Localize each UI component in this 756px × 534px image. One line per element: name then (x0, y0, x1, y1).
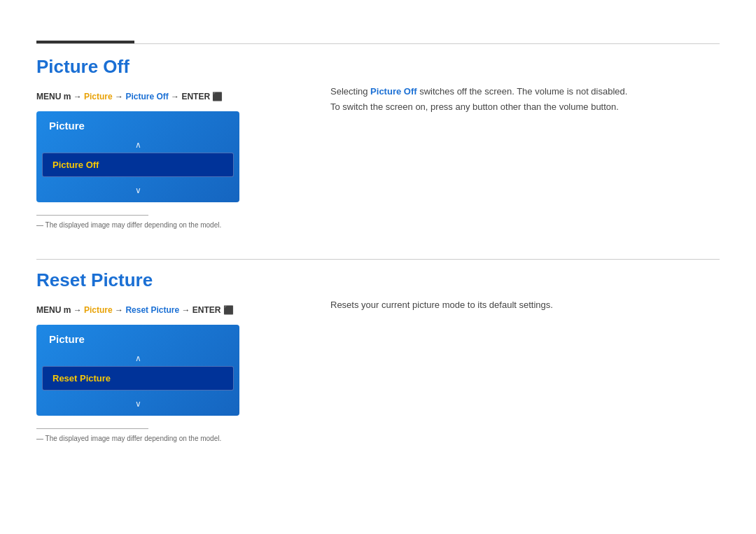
section-left-picture-off: Picture Off MENU m → Picture → Picture O… (36, 56, 302, 229)
tv-menu-header-1: Picture (36, 111, 239, 137)
footnote-2: ― The displayed image may differ dependi… (36, 435, 302, 442)
desc-suffix: switches off the screen. The volume is n… (417, 86, 628, 97)
reset-picture-description: Resets your current picture mode to its … (330, 297, 720, 313)
reset-picture-tv-menu: Picture ∧ Reset Picture ∨ (36, 325, 239, 416)
section-right-reset-picture: Resets your current picture mode to its … (330, 269, 720, 313)
arrow2: → (113, 92, 126, 101)
page-container: Picture Off MENU m → Picture → Picture O… (0, 0, 756, 534)
enter-label-2: ENTER (192, 305, 223, 315)
arrow3: → (169, 92, 182, 101)
desc-line2: To switch the screen on, press any butto… (330, 101, 619, 112)
enter-icon-1: ⬛ (212, 92, 223, 101)
tv-menu-title-1: Picture (49, 120, 85, 132)
picture-off-tv-menu: Picture ∧ Picture Off ∨ (36, 111, 239, 202)
reset-desc-line1: Resets your current picture mode to its … (330, 300, 553, 310)
picture-label-2: Picture (84, 305, 113, 315)
section-divider-1 (36, 215, 148, 216)
picture-off-title: Picture Off (36, 56, 302, 78)
reset-picture-title: Reset Picture (36, 269, 302, 291)
section-left-reset-picture: Reset Picture MENU m → Picture → Reset P… (36, 269, 302, 442)
top-divider (36, 43, 720, 44)
desc-highlight: Picture Off (370, 86, 416, 97)
menu-prefix: MENU (36, 92, 64, 101)
desc-prefix: Selecting (330, 86, 370, 97)
footnote-1: ― The displayed image may differ dependi… (36, 221, 302, 229)
section-divider-2 (36, 428, 148, 429)
tv-menu-title-2: Picture (49, 333, 85, 345)
arrow1-2: → (71, 305, 84, 315)
picture-off-label: Picture Off (125, 92, 168, 101)
reset-picture-label: Reset Picture (125, 305, 179, 315)
enter-label-1: ENTER (181, 92, 212, 101)
tv-menu-up-arrow-1: ∧ (36, 137, 239, 153)
picture-off-description: Selecting Picture Off switches off the s… (330, 84, 720, 115)
picture-off-menu-path: MENU m → Picture → Picture Off → ENTER ⬛ (36, 92, 302, 101)
arrow2-2: → (113, 305, 126, 315)
tv-menu-item-picture-off[interactable]: Picture Off (42, 153, 234, 177)
menu-prefix-2: MENU (36, 305, 64, 315)
arrow3-2: → (179, 305, 192, 315)
arrow1: → (71, 92, 84, 101)
tv-menu-down-arrow-2: ∨ (36, 396, 239, 416)
menu-icon: m (64, 92, 71, 101)
tv-menu-item-reset-picture[interactable]: Reset Picture (42, 366, 234, 391)
enter-icon-2: ⬛ (223, 305, 234, 315)
tv-menu-header-2: Picture (36, 325, 239, 351)
menu-icon-2: m (64, 305, 71, 315)
tv-menu-up-arrow-2: ∧ (36, 351, 239, 366)
section-right-picture-off: Selecting Picture Off switches off the s… (330, 56, 720, 115)
reset-picture-menu-path: MENU m → Picture → Reset Picture → ENTER… (36, 305, 302, 315)
picture-label-1: Picture (84, 92, 113, 101)
tv-menu-down-arrow-1: ∨ (36, 183, 239, 202)
mid-divider (36, 259, 720, 260)
